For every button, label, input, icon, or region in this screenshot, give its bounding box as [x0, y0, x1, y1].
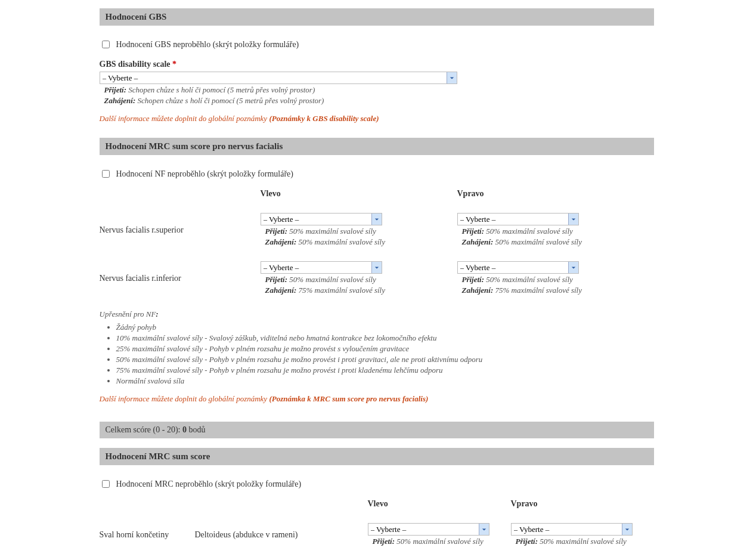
nf-row-label-1: Nervus facialis r.inferior: [100, 274, 261, 283]
nf-row0-right-select[interactable]: – Vyberte –: [457, 213, 579, 225]
gbs-hint-prijeti: Přijetí: Schopen chůze s holí či pomocí …: [104, 85, 654, 95]
gbs-skip-checkbox[interactable]: [102, 41, 110, 48]
nf-skip-checkbox[interactable]: [102, 170, 110, 178]
nf-score-bar: Celkem scóre (0 - 20): 0 bodů: [100, 422, 654, 438]
nf-row0-right-zahajeni: Zahájení: 50% maximální svalové síly: [462, 237, 654, 247]
nf-col-right: Vpravo: [457, 189, 654, 199]
nf-row0-left-select[interactable]: – Vyberte –: [261, 213, 382, 225]
nf-skip-label: Hodnocení NF neproběhlo (skrýt položky f…: [116, 169, 293, 179]
nf-row0-right-prijeti: Přijetí: 50% maximální svalové síly: [462, 227, 654, 236]
mrc-row0-left-prijeti: Přijetí: 50% maximální svalové síly: [373, 537, 511, 546]
nf-row-label-0: Nervus facialis r.superior: [100, 225, 261, 235]
nf-col-left: Vlevo: [261, 189, 457, 199]
mrc-row0-right-prijeti: Přijetí: 50% maximální svalové síly: [516, 537, 654, 546]
gbs-note: Další informace můžete doplnit do globál…: [100, 114, 654, 123]
nf-row0-left-prijeti: Přijetí: 50% maximální svalové síly: [265, 227, 457, 236]
section-header-mrc: Hodnocení MRC sum score: [100, 448, 654, 465]
nf-row1-right-zahajeni: Zahájení: 75% maximální svalové síly: [462, 286, 654, 295]
mrc-skip-label: Hodnocení MRC neproběhlo (skrýt položky …: [116, 479, 302, 489]
nf-bullet: Žádný pohyb: [116, 323, 654, 332]
mrc-row0-right-select[interactable]: – Vyberte –: [511, 523, 633, 536]
nf-bullets: Žádný pohyb 10% maximální svalové síly -…: [116, 323, 654, 386]
nf-row1-right-prijeti: Přijetí: 50% maximální svalové síly: [462, 275, 654, 284]
mrc-skip-checkbox[interactable]: [102, 480, 110, 488]
nf-bullet: 25% maximální svalové síly - Pohyb v pln…: [116, 344, 654, 354]
mrc-row-label-0: Deltoideus (abdukce v rameni): [195, 530, 368, 540]
nf-upresneni-label: Upřesnění pro NF:: [100, 310, 654, 319]
gbs-skip-label: Hodnocení GBS neproběhlo (skrýt položky …: [116, 40, 299, 49]
mrc-group-label: Sval horní končetiny: [100, 530, 195, 540]
gbs-scale-select[interactable]: – Vyberte –: [100, 72, 457, 84]
mrc-col-right: Vpravo: [511, 499, 654, 509]
nf-row1-right-select[interactable]: – Vyberte –: [457, 261, 579, 274]
nf-row1-left-zahajeni: Zahájení: 75% maximální svalové síly: [265, 286, 457, 295]
nf-row0-left-zahajeni: Zahájení: 50% maximální svalové síly: [265, 237, 457, 247]
nf-note: Další informace můžete doplnit do globál…: [100, 394, 654, 404]
required-marker: *: [172, 60, 176, 69]
mrc-col-left: Vlevo: [368, 499, 511, 509]
gbs-hint-zahajeni: Zahájení: Schopen chůze s holí či pomocí…: [104, 96, 654, 106]
mrc-row0-left-select[interactable]: – Vyberte –: [368, 523, 489, 536]
nf-row1-left-prijeti: Přijetí: 50% maximální svalové síly: [265, 275, 457, 284]
nf-row1-left-select[interactable]: – Vyberte –: [261, 261, 382, 274]
nf-bullet: Normální svalová síla: [116, 376, 654, 386]
nf-bullet: 75% maximální svalové síly - Pohyb v pln…: [116, 366, 654, 375]
nf-bullet: 50% maximální svalové síly - Pohyb v pln…: [116, 355, 654, 364]
nf-bullet: 10% maximální svalové síly - Svalový záš…: [116, 333, 654, 343]
section-header-gbs: Hodnocení GBS: [100, 8, 654, 26]
gbs-scale-label: GBS disability scale *: [100, 60, 654, 69]
section-header-nf: Hodnocení MRC sum score pro nervus facia…: [100, 138, 654, 155]
